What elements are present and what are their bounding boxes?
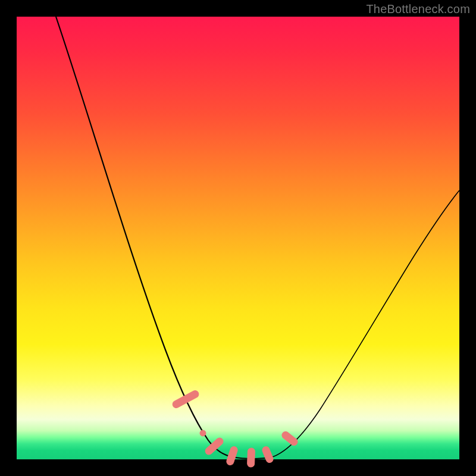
valley-marker-3 [247, 448, 255, 467]
left-descent-marker [171, 389, 200, 409]
right-ascent-marker [280, 430, 299, 447]
curve-left-branch [56, 17, 232, 457]
svg-rect-3 [247, 448, 255, 467]
valley-marker-4 [261, 446, 274, 464]
valley-markers [171, 389, 299, 467]
valley-marker-dot-1 [200, 430, 206, 436]
curve-right-branch [273, 190, 459, 457]
watermark-text: TheBottleneck.com [366, 2, 470, 16]
plot-area [17, 17, 459, 459]
svg-rect-0 [171, 389, 200, 409]
chart-frame: TheBottleneck.com [0, 0, 476, 476]
svg-rect-5 [280, 430, 299, 447]
svg-rect-4 [261, 446, 274, 464]
bottleneck-curve [17, 17, 459, 459]
